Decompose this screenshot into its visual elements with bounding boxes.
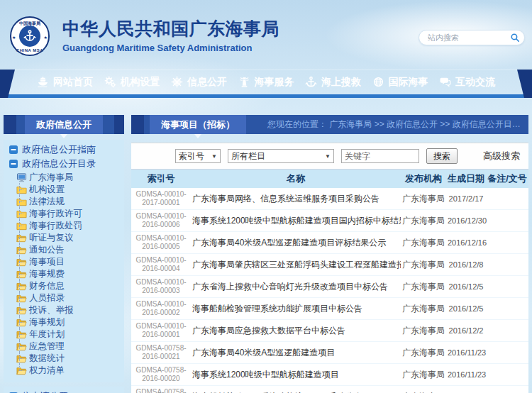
- agency-cell: 广东海事局: [401, 276, 446, 298]
- agency-cell: 广东海事局: [401, 364, 446, 386]
- star-icon: ★: [12, 35, 16, 40]
- sidebar-tree-item[interactable]: + 通知公告: [15, 244, 121, 256]
- tree-connector: [15, 292, 16, 304]
- sidebar-tree-item[interactable]: + 海事行政许可: [15, 208, 121, 220]
- globe-icon: [372, 76, 384, 88]
- nav-item[interactable]: 海事服务: [238, 76, 294, 89]
- sidebar-title-tab[interactable]: 政府信息公开: [25, 115, 103, 134]
- sidebar-tree-item[interactable]: + 投诉、举报: [15, 304, 121, 316]
- site-logo[interactable]: 中国海事局 ★ ★ CHINA MSA: [10, 16, 50, 56]
- table-row[interactable]: GDMSA-00010-2016-00002 海事船舶检验管理系统功能扩展项目中…: [131, 298, 528, 320]
- nav-item[interactable]: 国际海事: [372, 76, 428, 89]
- logo-bottom-text: CHINA MSA: [11, 48, 48, 52]
- document-title-link[interactable]: 广东海事局40米级A型巡逻船建造项目: [191, 342, 401, 364]
- nav-item[interactable]: 互动交流: [439, 76, 495, 89]
- minus-icon: [9, 160, 18, 168]
- active-category-tab[interactable]: 海事项目（招标）: [150, 115, 246, 134]
- table-row[interactable]: GDMSA-00010-2016-00005 广东海事局40米级A型巡逻船建造项…: [131, 232, 528, 254]
- search-button[interactable]: 搜索: [426, 148, 458, 164]
- table-row[interactable]: GDMSA-00758-2016-00019 海事船舶检验管理系统功能扩展项目采…: [131, 386, 528, 393]
- column-header: 生成日期: [446, 170, 486, 188]
- nav-item[interactable]: 海上搜救: [305, 76, 361, 89]
- sidebar-tree-item[interactable]: + 海事规费: [15, 268, 121, 280]
- sidebar-tree-item[interactable]: + 海事行政处罚: [15, 220, 121, 232]
- document-title-link[interactable]: 海事系统1200吨级中型航标船建造项目国内招标中标结果公示: [191, 210, 401, 232]
- document-title-link[interactable]: 广东海事局应急搜救大数据平台中标公告: [191, 320, 401, 342]
- remark-cell: [486, 254, 528, 276]
- column-select[interactable]: 所有栏目 ▼: [228, 149, 334, 163]
- index-code-cell: GDMSA-00010-2016-00001: [131, 320, 191, 342]
- breadcrumb[interactable]: 您现在的位置： 广东海事局 >> 政府信息公开 >> 政府信息公开目录 >> 海…: [267, 118, 528, 131]
- document-title-link[interactable]: 海事系统1200吨级中型航标船建造项目: [191, 364, 401, 386]
- sidebar-tree-item[interactable]: + 海事规划: [15, 316, 121, 328]
- chevron-down-icon: ▼: [207, 153, 217, 160]
- sidebar-tree-item[interactable]: + 财务信息: [15, 280, 121, 292]
- sidebar-tree-item[interactable]: + 人员招录: [15, 292, 121, 304]
- site-title-cn: 中华人民共和国广东海事局: [62, 17, 279, 40]
- sidebar-tree-item[interactable]: + 海事项目: [15, 256, 121, 268]
- index-field-select[interactable]: 索引号 ▼: [175, 149, 221, 163]
- tree-connector: [15, 256, 16, 268]
- filter-bar: 索引号 ▼ 所有栏目 ▼ 搜索 高级搜索: [131, 143, 528, 170]
- sidebar-section-partial[interactable]: 依申请公开: [4, 387, 124, 393]
- date-cell: 2017/2/17: [446, 188, 486, 210]
- document-title-link[interactable]: 广东海事局40米级A型巡逻船建造项目评标结果公示: [191, 232, 401, 254]
- table-row[interactable]: GDMSA-00758-2016-00020 海事系统1200吨级中型航标船建造…: [131, 364, 528, 386]
- date-cell: 2016/12/8: [446, 254, 486, 276]
- sidebar: 政府信息公开 政府信息公开指南 政府信息公开目录: [4, 115, 124, 393]
- sidebar-tree-item[interactable]: + 广东海事局: [15, 172, 121, 184]
- sidebar-tree-item[interactable]: + 法律法规: [15, 196, 121, 208]
- document-title-link[interactable]: 广东省海上搜救中心音响灯光升级改造项目中标公告: [191, 276, 401, 298]
- sidebar-section-item[interactable]: 政府信息公开指南: [9, 143, 121, 157]
- document-title-link[interactable]: 海事船舶检验管理系统功能扩展项目采购公告: [191, 386, 401, 393]
- chevron-down-icon: ▼: [321, 153, 331, 160]
- column-header: 发布机构: [401, 170, 446, 188]
- keyword-input[interactable]: [341, 149, 419, 163]
- sidebar-tree-item[interactable]: + 权力清单: [15, 365, 121, 377]
- table-row[interactable]: GDMSA-00010-2016-00004 广东海事局肇庆辖区三处趸船浮码头建…: [131, 254, 528, 276]
- remark-cell: [486, 188, 528, 210]
- gears-icon: [104, 76, 116, 88]
- anchor-emblem-icon: [19, 26, 40, 47]
- nav-item[interactable]: 网站首页: [37, 76, 93, 89]
- tree-connector: [15, 328, 16, 341]
- nav-item[interactable]: 信息公开: [171, 76, 227, 89]
- anchor-icon: [305, 76, 317, 88]
- sidebar-section-item[interactable]: 政府信息公开目录: [9, 157, 121, 171]
- tree-connector: [15, 304, 16, 316]
- agency-cell: 广东海事局: [401, 210, 446, 232]
- advanced-search-link[interactable]: 高级搜索: [483, 150, 520, 162]
- tree-connector: [15, 244, 16, 256]
- table-row[interactable]: GDMSA-00010-2017-00001 广东海事局网络、信息系统运维服务项…: [131, 188, 528, 210]
- index-code-cell: GDMSA-00010-2016-00004: [131, 254, 191, 276]
- table-row[interactable]: GDMSA-00010-2016-00003 广东省海上搜救中心音响灯光升级改造…: [131, 276, 528, 298]
- table-row[interactable]: GDMSA-00010-2016-00001 广东海事局应急搜救大数据平台中标公…: [131, 320, 528, 342]
- date-cell: 2016/11/14: [446, 386, 486, 393]
- search-icon[interactable]: [510, 33, 520, 43]
- column-header: 名称: [191, 170, 401, 188]
- document-title-link[interactable]: 海事船舶检验管理系统功能扩展项目中标公告: [191, 298, 401, 320]
- table-row[interactable]: GDMSA-00758-2016-00021 广东海事局40米级A型巡逻船建造项…: [131, 342, 528, 364]
- main-content: 海事项目（招标） 您现在的位置： 广东海事局 >> 政府信息公开 >> 政府信息…: [131, 115, 528, 393]
- sidebar-tree-item[interactable]: + 机构设置: [15, 184, 121, 196]
- remark-cell: [486, 320, 528, 342]
- star-icon: ★: [44, 35, 48, 40]
- sidebar-tabbar: 政府信息公开: [4, 115, 124, 134]
- sidebar-tree-item[interactable]: + 应急管理: [15, 341, 121, 353]
- sidebar-tree-item[interactable]: + 听证与复议: [15, 232, 121, 244]
- sidebar-tree-item[interactable]: + 年度计划: [15, 328, 121, 341]
- nav-item[interactable]: 机构设置: [104, 76, 160, 89]
- site-title-en: Guangdong Maritime Safety Administration: [62, 43, 279, 53]
- tree-connector: [15, 196, 16, 208]
- remark-cell: [486, 342, 528, 364]
- table-row[interactable]: GDMSA-00010-2016-00006 海事系统1200吨级中型航标船建造…: [131, 210, 528, 232]
- sidebar-tree-item[interactable]: + 数据统计: [15, 353, 121, 365]
- tree-connector: [15, 316, 16, 328]
- tree-connector: [15, 184, 16, 196]
- tree-connector: [15, 172, 16, 184]
- tree-connector: [15, 208, 16, 220]
- search-input[interactable]: [426, 33, 510, 43]
- document-title-link[interactable]: 广东海事局网络、信息系统运维服务项目采购公告: [191, 188, 401, 210]
- date-cell: 2016/11/23: [446, 342, 486, 364]
- document-title-link[interactable]: 广东海事局肇庆辖区三处趸船浮码头建设工程趸船建造招标公告: [191, 254, 401, 276]
